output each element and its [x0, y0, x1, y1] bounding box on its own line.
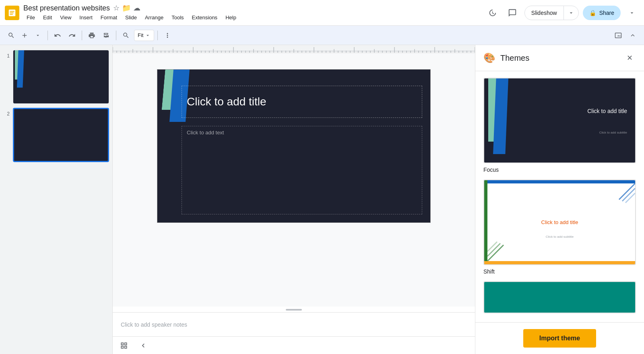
notes-drag-handle-container — [113, 307, 475, 312]
menu-bar: File Edit View Insert Format Slide Arran… — [23, 13, 239, 22]
slideshow-button[interactable]: Slideshow — [524, 6, 579, 20]
print-button[interactable] — [85, 29, 98, 42]
slide-body-text: Click to add text — [187, 130, 224, 136]
slide-2-thumb[interactable] — [13, 108, 109, 162]
cloud-icon[interactable]: ☁ — [133, 4, 140, 12]
slide-1-container: 1 — [3, 50, 109, 104]
shift-subtitle-text: Click to add subtitle — [546, 235, 574, 239]
svg-line-170 — [487, 242, 497, 251]
shift-border-left — [484, 180, 487, 264]
menu-view[interactable]: View — [57, 13, 74, 22]
slide-2-inner — [14, 109, 108, 161]
slideshow-main[interactable]: Slideshow — [525, 6, 564, 20]
undo-button[interactable] — [51, 29, 64, 42]
slide-text-box[interactable]: Click to add text — [182, 126, 422, 214]
top-bar: Best presentation websites ☆ 📁 ☁ File Ed… — [0, 0, 644, 26]
svg-rect-1 — [10, 11, 14, 12]
separator-2 — [82, 31, 82, 40]
speaker-notes-section: Click to add speaker notes — [113, 307, 475, 336]
themes-close-button[interactable]: ✕ — [623, 51, 636, 64]
zoom-value: Fit — [138, 32, 143, 38]
svg-rect-2 — [10, 12, 14, 13]
paint-format-button[interactable] — [100, 29, 113, 42]
zoom-dropdown-button[interactable] — [31, 29, 44, 42]
zoom-selector[interactable]: Fit — [134, 30, 154, 41]
top-bar-right: Slideshow 🔒 Share — [484, 5, 639, 21]
menu-arrange[interactable]: Arrange — [142, 13, 167, 22]
zoom-out-button[interactable] — [120, 29, 132, 42]
ruler-svg: // ruler ticks drawn via JS below — [113, 45, 475, 53]
menu-help[interactable]: Help — [222, 13, 239, 22]
themes-title: Themes — [500, 54, 529, 63]
folder-icon[interactable]: 📁 — [122, 4, 131, 12]
menu-format[interactable]: Format — [97, 13, 120, 22]
theme-focus-item[interactable]: Click to add title Click to add subtitle… — [483, 78, 636, 173]
comments-button[interactable] — [504, 5, 520, 21]
slide-1-preview — [13, 50, 109, 103]
notes-drag-handle[interactable] — [286, 309, 302, 311]
teal-theme-bg — [484, 282, 635, 313]
slide-2-number: 2 — [3, 108, 10, 117]
doc-title-icons: ☆ 📁 ☁ — [113, 4, 140, 12]
editor-area: // ruler ticks drawn via JS below Click … — [113, 45, 475, 354]
themes-panel: 🎨 Themes ✕ Click to add title Click to a… — [475, 45, 644, 354]
theme-teal-item[interactable] — [483, 281, 636, 313]
share-dropdown[interactable] — [625, 6, 639, 20]
slide-2-preview — [14, 109, 108, 161]
slide-1-inner — [13, 50, 109, 103]
slide-2-container: 2 — [3, 108, 109, 162]
shift-border-top — [484, 180, 635, 183]
redo-button[interactable] — [66, 29, 78, 42]
search-button[interactable] — [5, 29, 18, 42]
grid-view-button[interactable] — [118, 339, 130, 352]
speaker-notes[interactable]: Click to add speaker notes — [113, 312, 475, 336]
separator-4 — [157, 31, 158, 40]
shift-border-bottom — [484, 261, 635, 264]
zoom-in-button[interactable] — [19, 29, 30, 42]
slide-1-number: 1 — [3, 50, 10, 59]
theme-shift-item[interactable]: Click to add title Click to add subtitle… — [483, 179, 636, 275]
star-icon[interactable]: ☆ — [113, 4, 120, 12]
menu-insert[interactable]: Insert — [76, 13, 96, 22]
theme-focus-preview: Click to add title Click to add subtitle — [483, 78, 636, 163]
slide-title-text: Click to add title — [187, 95, 266, 108]
app-icon — [5, 6, 19, 20]
theme-teal-preview — [483, 281, 636, 313]
menu-tools[interactable]: Tools — [168, 13, 187, 22]
themes-header-left: 🎨 Themes — [483, 52, 529, 64]
collapse-panel-button[interactable] — [137, 339, 150, 352]
shift-theme-name: Shift — [483, 268, 636, 275]
expand-button[interactable] — [626, 29, 639, 42]
history-button[interactable] — [484, 5, 500, 21]
share-label: Share — [599, 10, 614, 16]
main-area: 1 2 — [0, 45, 644, 354]
menu-file[interactable]: File — [23, 13, 38, 22]
focus-title-text: Click to add title — [587, 108, 627, 114]
separator-1 — [47, 31, 48, 40]
themes-list: Click to add title Click to add subtitle… — [475, 71, 644, 322]
menu-edit[interactable]: Edit — [40, 13, 55, 22]
menu-slide[interactable]: Slide — [122, 13, 140, 22]
slide-canvas-area[interactable]: Click to add title Click to add text — [113, 53, 475, 307]
import-theme-button[interactable]: Import theme — [523, 329, 596, 348]
doc-title-text[interactable]: Best presentation websites — [23, 4, 110, 12]
slide-canvas[interactable]: Click to add title Click to add text — [157, 69, 431, 223]
shift-title-text: Click to add title — [541, 219, 578, 225]
slide-panel: 1 2 — [0, 45, 113, 354]
lock-icon: 🔒 — [589, 10, 596, 16]
slide-1-thumb[interactable] — [13, 50, 109, 104]
themes-header: 🎨 Themes ✕ — [475, 45, 644, 71]
svg-line-167 — [625, 193, 635, 203]
image-search-button[interactable] — [612, 29, 625, 42]
share-button[interactable]: 🔒 Share — [583, 6, 621, 20]
focus-theme-bg: Click to add title Click to add subtitle — [484, 78, 635, 163]
slide-title-box[interactable]: Click to add title — [182, 86, 422, 118]
speaker-notes-placeholder: Click to add speaker notes — [121, 321, 187, 328]
shift-bl-lines — [487, 233, 516, 261]
focus-subtitle-text: Click to add subtitle — [599, 131, 627, 134]
menu-extensions[interactable]: Extensions — [189, 13, 221, 22]
top-bar-left: Best presentation websites ☆ 📁 ☁ File Ed… — [5, 4, 239, 22]
slideshow-dropdown[interactable] — [564, 6, 578, 20]
themes-palette-icon: 🎨 — [483, 52, 495, 64]
more-options-button[interactable] — [161, 29, 174, 42]
